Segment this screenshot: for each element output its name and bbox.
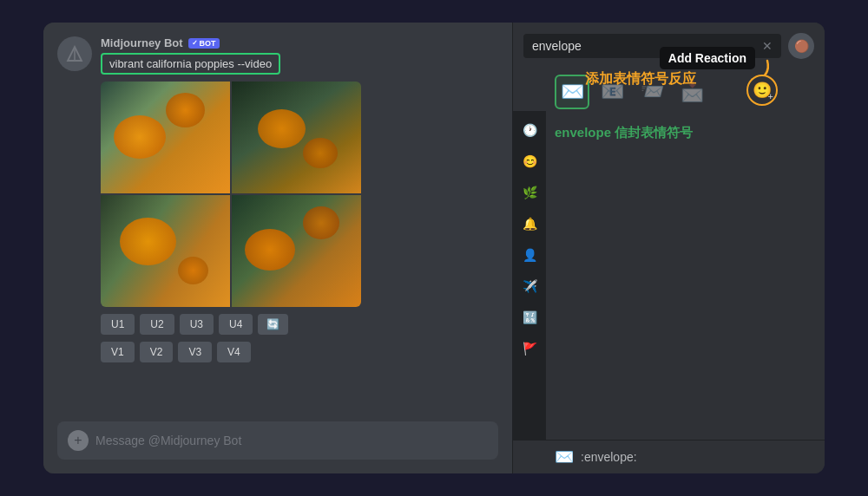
main-container: Add Reaction 🙂+ 添加表情符号反应 Midjour [43,23,825,473]
u2-button[interactable]: U2 [140,314,174,335]
v2-button[interactable]: V2 [140,342,174,362]
grid-cell-4 [232,195,361,307]
emoji-main-area: ✉️ 📧 📨 📩 envelope 信封表情符号 [546,66,825,440]
u3-button[interactable]: U3 [180,314,214,335]
chat-panel: Midjourney Bot ✓ BOT vibrant california … [43,23,512,473]
chat-content: Midjourney Bot ✓ BOT vibrant california … [43,23,512,421]
u1-button[interactable]: U1 [101,314,135,335]
message-body: Midjourney Bot ✓ BOT vibrant california … [101,36,498,362]
username: Midjourney Bot [101,36,183,49]
prompt-box: vibrant california poppies --video [101,53,280,75]
search-clear-icon[interactable]: ✕ [762,39,773,53]
annotation-chinese-text: 添加表情符号反应 [585,70,696,88]
sidebar-flags-icon[interactable]: 🚩 [517,336,542,361]
sidebar-symbols-icon[interactable]: 🔣 [517,305,542,330]
skin-tone-button[interactable]: 🟤 [788,33,814,59]
footer-emoji-code: :envelope: [581,450,637,464]
sidebar-animals-icon[interactable]: 😊 [517,149,542,173]
add-reaction-tooltip: Add Reaction [660,47,755,69]
bot-badge: ✓ BOT [188,38,220,49]
add-reaction-button[interactable]: 🙂+ [746,75,778,106]
attachment-button[interactable]: + [68,430,89,451]
midjourney-logo-icon [64,43,85,64]
sidebar-nature-icon[interactable]: 🌿 [517,180,542,205]
upscale-buttons-row: U1 U2 U3 U4 🔄 [101,314,498,335]
grid-cell-3 [101,195,230,307]
sidebar-bell-icon[interactable]: 🔔 [517,212,542,236]
checkmark-icon: ✓ [192,39,198,47]
footer-emoji-preview: ✉️ [555,447,574,467]
v4-button[interactable]: V4 [217,342,251,362]
chat-input-bar: + Message @Midjourney Bot [57,421,498,460]
v3-button[interactable]: V3 [178,342,212,362]
grid-cell-1 [101,82,230,193]
u4-button[interactable]: U4 [219,314,253,335]
image-grid [101,82,361,307]
chat-input-placeholder: Message @Midjourney Bot [95,434,241,447]
variation-buttons-row: V1 V2 V3 V4 [101,342,498,362]
sidebar-travel-icon[interactable]: ✈️ [517,274,542,298]
emoji-picker-panel: ✕ 🟤 🕐 😊 🌿 🔔 👤 ✈️ 🔣 🚩 ✉️ [512,23,825,473]
v1-button[interactable]: V1 [101,342,135,362]
grid-cell-2 [232,82,361,193]
refresh-button[interactable]: 🔄 [258,314,288,335]
message-row: Midjourney Bot ✓ BOT vibrant california … [57,36,498,362]
message-header: Midjourney Bot ✓ BOT [101,36,498,49]
emoji-category-sidebar: 🕐 😊 🌿 🔔 👤 ✈️ 🔣 🚩 [513,111,546,440]
avatar [57,36,92,71]
emoji-item-envelope[interactable]: ✉️ [555,75,589,109]
emoji-footer: ✉️ :envelope: [513,440,825,473]
emoji-name-label: envelope 信封表情符号 [555,125,816,141]
sidebar-people-icon[interactable]: 👤 [517,243,542,267]
sidebar-recent-icon[interactable]: 🕐 [517,118,542,142]
